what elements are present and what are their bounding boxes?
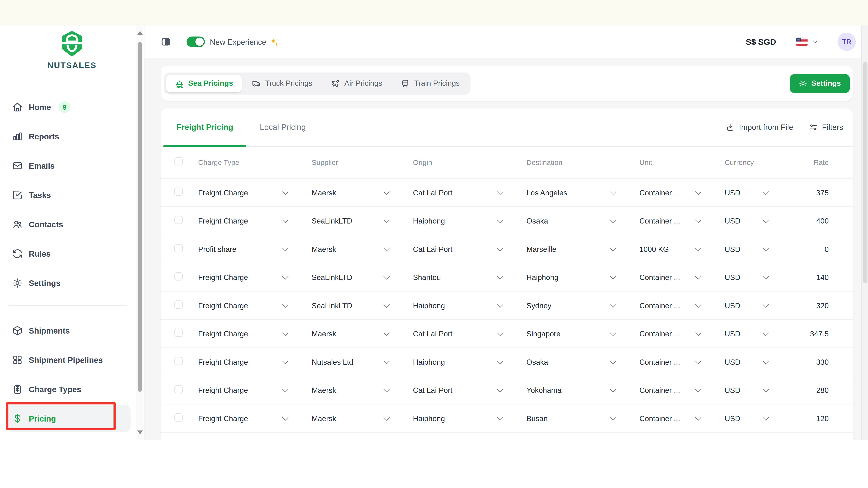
chevron-down-icon[interactable] (610, 247, 639, 251)
chevron-down-icon[interactable] (383, 219, 413, 223)
charge-type-select[interactable]: Freight Charge (198, 358, 282, 366)
sidebar-scrollbar-thumb[interactable] (138, 42, 142, 392)
chevron-down-icon[interactable] (282, 219, 312, 223)
row-checkbox[interactable] (175, 272, 183, 280)
tab-air-pricings[interactable]: Air Pricings (322, 74, 391, 92)
chevron-down-icon[interactable] (763, 331, 794, 336)
tab-freight-pricing[interactable]: Freight Pricing (163, 108, 247, 146)
chevron-down-icon[interactable] (695, 190, 724, 195)
scroll-down-arrow[interactable] (137, 430, 143, 434)
tab-local-pricing[interactable]: Local Pricing (247, 108, 319, 146)
chevron-down-icon[interactable] (811, 38, 819, 45)
chevron-down-icon[interactable] (497, 331, 526, 336)
charge-type-select[interactable]: Profit share (198, 245, 282, 253)
origin-select[interactable]: Haiphong (413, 217, 497, 225)
chevron-down-icon[interactable] (763, 416, 794, 421)
chevron-down-icon[interactable] (497, 275, 526, 279)
rate-value[interactable]: 0 (793, 245, 853, 253)
chevron-down-icon[interactable] (383, 416, 413, 421)
destination-select[interactable]: Haiphong (526, 273, 610, 281)
currency-select[interactable]: USD (724, 330, 763, 338)
sidebar-item-tasks[interactable]: Tasks (0, 180, 144, 210)
supplier-select[interactable]: SeaLinkLTD (312, 301, 383, 310)
chevron-down-icon[interactable] (763, 219, 794, 223)
sidebar-item-shipment-pipelines[interactable]: Shipment Pipelines (0, 345, 144, 375)
supplier-select[interactable]: Maersk (312, 245, 383, 253)
unit-select[interactable]: 1000 KG (639, 245, 695, 253)
rate-value[interactable]: 280 (793, 386, 853, 394)
currency-select[interactable]: USD (724, 414, 763, 422)
chevron-down-icon[interactable] (610, 190, 639, 195)
chevron-down-icon[interactable] (383, 360, 413, 364)
user-avatar[interactable]: TR (837, 33, 856, 51)
chevron-down-icon[interactable] (695, 360, 724, 364)
chevron-down-icon[interactable] (497, 303, 526, 308)
chevron-down-icon[interactable] (695, 219, 724, 223)
import-from-file-button[interactable]: Import from File (726, 123, 793, 132)
origin-select[interactable]: Shantou (413, 273, 497, 281)
tab-train-pricings[interactable]: Train Pricings (392, 74, 469, 92)
charge-type-select[interactable]: Freight Charge (198, 217, 282, 225)
chevron-down-icon[interactable] (383, 331, 413, 336)
origin-select[interactable]: Haiphong (413, 301, 497, 310)
chevron-down-icon[interactable] (610, 219, 639, 223)
chevron-down-icon[interactable] (695, 247, 724, 251)
supplier-select[interactable]: Nutsales Ltd (312, 358, 383, 366)
origin-select[interactable]: Haiphong (413, 358, 497, 366)
chevron-down-icon[interactable] (610, 388, 639, 392)
currency-select[interactable]: USD (724, 188, 763, 197)
new-experience-toggle[interactable] (186, 37, 205, 47)
destination-select[interactable]: Los Angeles (526, 188, 610, 197)
chevron-down-icon[interactable] (383, 388, 413, 392)
chevron-down-icon[interactable] (610, 416, 639, 421)
sidebar-item-emails[interactable]: Emails (0, 151, 144, 180)
chevron-down-icon[interactable] (497, 416, 526, 421)
origin-select[interactable]: Cat Lai Port (413, 386, 497, 394)
supplier-select[interactable]: Maersk (312, 330, 383, 338)
supplier-select[interactable]: Maersk (312, 188, 383, 197)
row-checkbox[interactable] (175, 385, 183, 393)
origin-select[interactable]: Cat Lai Port (413, 330, 497, 338)
currency-select[interactable]: USD (724, 245, 763, 253)
row-checkbox[interactable] (175, 244, 183, 252)
sidebar-item-settings[interactable]: Settings (0, 268, 144, 298)
sidebar-item-pricing[interactable]: Pricing (7, 405, 131, 432)
row-checkbox[interactable] (175, 328, 183, 336)
currency-select[interactable]: USD (724, 273, 763, 281)
currency-display[interactable]: S$SGD (746, 37, 776, 46)
rate-value[interactable]: 375 (793, 188, 853, 197)
rate-value[interactable]: 330 (793, 358, 853, 366)
sidebar-item-home[interactable]: Home 9 (0, 92, 144, 122)
chevron-down-icon[interactable] (282, 360, 312, 364)
charge-type-select[interactable]: Freight Charge (198, 301, 282, 310)
chevron-down-icon[interactable] (763, 190, 794, 195)
chevron-down-icon[interactable] (383, 275, 413, 279)
currency-select[interactable]: USD (724, 301, 763, 310)
chevron-down-icon[interactable] (497, 360, 526, 364)
chevron-down-icon[interactable] (763, 303, 794, 308)
unit-select[interactable]: Container ... (639, 386, 695, 394)
row-checkbox[interactable] (175, 300, 183, 308)
sidebar-scrollbar[interactable] (136, 27, 144, 439)
unit-select[interactable]: Container ... (639, 358, 695, 366)
destination-select[interactable]: Osaka (526, 217, 610, 225)
tab-sea-pricings[interactable]: Sea Pricings (166, 74, 242, 92)
sidebar-item-contacts[interactable]: Contacts (0, 210, 144, 239)
chevron-down-icon[interactable] (695, 388, 724, 392)
row-checkbox[interactable] (175, 357, 183, 365)
chevron-down-icon[interactable] (497, 190, 526, 195)
sidebar-item-charge-types[interactable]: Charge Types (0, 375, 144, 404)
supplier-select[interactable]: Maersk (312, 386, 383, 394)
sidebar-item-rules[interactable]: Rules (0, 239, 144, 268)
chevron-down-icon[interactable] (695, 331, 724, 336)
chevron-down-icon[interactable] (610, 275, 639, 279)
chevron-down-icon[interactable] (383, 190, 413, 195)
page-scrollbar[interactable] (861, 26, 868, 440)
settings-button[interactable]: Settings (790, 74, 850, 93)
sidebar-collapse-icon[interactable] (160, 37, 171, 47)
chevron-down-icon[interactable] (282, 190, 312, 195)
supplier-select[interactable]: SeaLinkLTD (312, 217, 383, 225)
charge-type-select[interactable]: Freight Charge (198, 330, 282, 338)
row-checkbox[interactable] (175, 216, 183, 224)
scroll-up-arrow[interactable] (137, 31, 143, 35)
